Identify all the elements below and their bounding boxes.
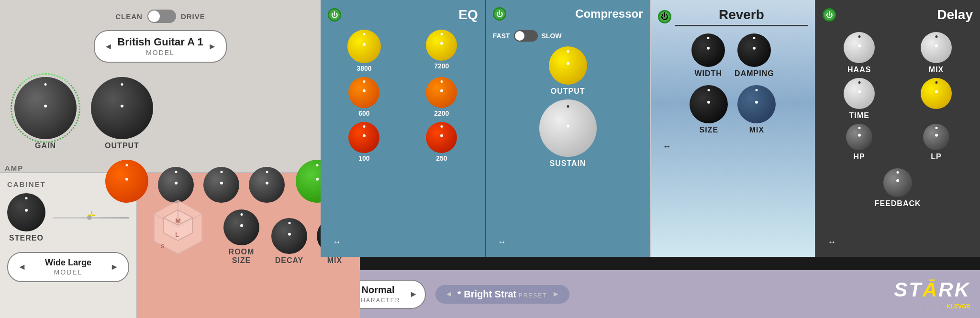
room-size-label: ROOM SIZE [221,248,262,265]
delay-yellow-knob[interactable] [921,78,952,109]
delay-hp-knob[interactable] [846,124,872,150]
stark-logo: STĀRK v 1 . 0 . 0 KLEVGR [894,278,970,310]
eq-250-knob[interactable] [426,122,457,153]
amp-model-selector[interactable]: ◄ British Guitar A 1 MODEL ► [94,30,227,63]
preset-prev[interactable]: ◄ [445,290,453,298]
stark-brand: KLEVGR [947,303,970,310]
delay-section: ⏻ Delay HAAS MIX [815,0,980,257]
reverb-mix-knob[interactable] [737,85,776,123]
eq-7200-knob[interactable] [426,30,457,61]
gain-knob[interactable] [14,77,77,139]
output-label: OUTPUT [105,142,139,150]
reverb-size-knob[interactable] [690,85,728,123]
reverb-width-knob[interactable] [691,33,725,67]
reverb-section: ⏻ Reverb WIDTH [650,0,815,257]
delay-haas-label: HAAS [847,66,871,74]
reverb-power-icon: ⏻ [661,12,668,21]
stereo-knob[interactable] [7,193,45,231]
amp-model-prev[interactable]: ◄ [104,42,113,52]
eq-title: EQ [345,7,478,22]
drive-label: DRIVE [181,12,205,21]
room-size-cube: M L S [145,193,212,265]
eq-600-knob[interactable] [348,77,379,108]
clean-drive-toggle[interactable] [147,10,176,23]
eq-knob-250: 250 [405,122,478,162]
delay-feedback-label: FEEDBACK [875,199,921,208]
eq-power-icon: ⏻ [331,11,338,19]
fx-label-bar: FX [321,257,980,270]
cabinet-model-sublabel: MODEL [54,268,83,276]
comp-sustain-knob[interactable] [539,99,597,157]
eq-250-label: 250 [436,154,447,162]
cube-icon: M L S [145,196,212,263]
character-next[interactable]: ► [409,289,418,299]
eq-knob-2200: 2200 [405,77,478,117]
treble-knob[interactable] [249,167,285,203]
character-name: Normal [356,285,401,296]
delay-haas-knob[interactable] [844,32,875,63]
delay-time-knob[interactable] [844,78,875,109]
cabinet-model-prev[interactable]: ◄ [18,262,26,272]
delay-feedback-knob[interactable] [883,168,912,197]
preset-next[interactable]: ► [552,290,560,298]
clean-label: CLEAN [115,12,143,21]
svg-text:M: M [175,217,181,225]
eq-7200-label: 7200 [434,62,449,70]
comp-sustain-label: SUSTAIN [550,159,586,168]
comp-power-icon: ⏻ [496,10,503,18]
gain-knob-container: GAIN [14,77,77,150]
comp-power-button[interactable]: ⏻ [493,7,506,21]
stark-version: v 1 . 0 . 0 [916,303,944,310]
comp-slow-label: SLOW [542,32,562,40]
cabinet-model-selector[interactable]: ◄ Wide Large MODEL ► [7,252,129,282]
eq-2200-knob[interactable] [426,77,457,108]
delay-lp-knob[interactable] [923,124,949,150]
comp-title: Compressor [510,7,643,21]
eq-3800-knob[interactable] [347,30,381,63]
delay-mix-label: MIX [929,66,944,74]
comp-fast-label: FAST [493,32,510,40]
output-knob-container: OUTPUT [91,77,153,150]
eq-2200-label: 2200 [434,110,449,117]
cabinet-model-name: Wide Large [45,258,91,268]
comp-speed-toggle[interactable] [514,30,538,42]
delay-power-icon: ⏻ [826,11,833,19]
delay-power-button[interactable]: ⏻ [823,8,836,22]
delay-expand-icon[interactable]: ↔ [827,237,836,247]
reverb-power-button[interactable]: ⏻ [658,10,671,23]
stark-text: STĀRK [894,278,970,301]
bottom-bar: ◄ Normal CHARACTER ► ◄ * Bright Strat PR… [321,270,980,318]
comp-output-knob[interactable] [549,46,587,85]
ambience-mix-label: MIX [327,256,342,265]
amp-panel: CLEAN DRIVE ◄ British Guitar A 1 MODEL ► [0,0,321,318]
eq-3800-label: 3800 [356,65,371,72]
reverb-width-label: WIDTH [694,69,722,78]
eq-100-knob[interactable] [348,122,379,153]
amp-model-next[interactable]: ► [208,42,217,52]
comp-expand-icon[interactable]: ↔ [498,237,506,247]
preset-label: PRESET [519,292,547,299]
delay-lp-label: LP [931,153,941,161]
decay-knob[interactable] [271,218,307,254]
preset-selector[interactable]: ◄ * Bright Strat PRESET ► [435,285,569,304]
eq-power-button[interactable]: ⏻ [328,8,341,22]
amp-section-label: AMP [5,164,23,172]
preset-name: * Bright Strat [457,289,516,299]
eq-knob-7200: 7200 [405,30,478,72]
delay-mix-knob[interactable] [921,32,952,63]
compressor-section: ⏻ Compressor FAST SLOW OUTPUT [485,0,650,257]
eq-knob-3800: 3800 [328,30,401,72]
amp-model-sublabel: MODEL [146,49,175,56]
cabinet-model-next[interactable]: ► [110,262,119,272]
delay-hp-label: HP [854,153,865,161]
reverb-mix-label: MIX [749,126,764,134]
stereo-position-slider[interactable]: ✛ [53,217,129,219]
reverb-damping-knob[interactable] [737,33,771,67]
output-knob[interactable] [91,77,153,139]
svg-text:S: S [161,243,164,249]
eq-section: ⏻ EQ 3800 7200 [321,0,485,257]
eq-expand-icon[interactable]: ↔ [333,237,341,247]
boost-knob[interactable] [105,160,148,203]
room-size-knob[interactable] [223,209,259,245]
reverb-expand-icon[interactable]: ↔ [663,142,671,152]
